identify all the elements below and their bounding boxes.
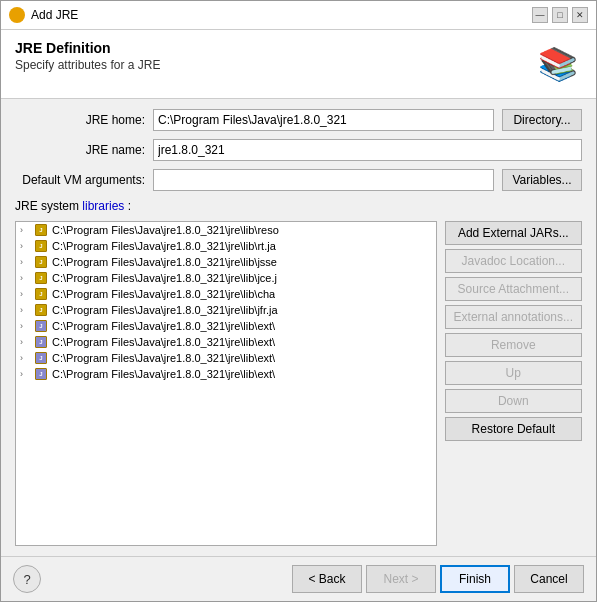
libraries-link[interactable]: libraries bbox=[82, 199, 124, 213]
libraries-label: JRE system libraries : bbox=[15, 199, 582, 213]
variables-button[interactable]: Variables... bbox=[502, 169, 582, 191]
jar-icon: J bbox=[34, 271, 48, 285]
list-item-text: C:\Program Files\Java\jre1.8.0_321\jre\l… bbox=[52, 288, 275, 300]
down-button[interactable]: Down bbox=[445, 389, 582, 413]
javadoc-location-button[interactable]: Javadoc Location... bbox=[445, 249, 582, 273]
jar-icon: J bbox=[34, 319, 48, 333]
jar-icon: J bbox=[34, 303, 48, 317]
restore-default-button[interactable]: Restore Default bbox=[445, 417, 582, 441]
footer-buttons: < Back Next > Finish Cancel bbox=[41, 565, 584, 593]
remove-button[interactable]: Remove bbox=[445, 333, 582, 357]
vm-args-label: Default VM arguments: bbox=[15, 173, 145, 187]
list-item[interactable]: › J C:\Program Files\Java\jre1.8.0_321\j… bbox=[16, 334, 436, 350]
help-button[interactable]: ? bbox=[13, 565, 41, 593]
jre-home-row: JRE home: Directory... bbox=[15, 109, 582, 131]
footer: ? < Back Next > Finish Cancel bbox=[1, 556, 596, 601]
jar-icon: J bbox=[34, 223, 48, 237]
minimize-button[interactable]: — bbox=[532, 7, 548, 23]
list-item[interactable]: › J C:\Program Files\Java\jre1.8.0_321\j… bbox=[16, 254, 436, 270]
jar-icon: J bbox=[34, 335, 48, 349]
jre-name-row: JRE name: bbox=[15, 139, 582, 161]
side-buttons: Add External JARs... Javadoc Location...… bbox=[445, 221, 582, 546]
list-item[interactable]: › J C:\Program Files\Java\jre1.8.0_321\j… bbox=[16, 318, 436, 334]
window-controls: — □ ✕ bbox=[532, 7, 588, 23]
jar-icon: J bbox=[34, 287, 48, 301]
chevron-icon: › bbox=[20, 225, 30, 235]
jar-icon: J bbox=[34, 367, 48, 381]
chevron-icon: › bbox=[20, 257, 30, 267]
back-button[interactable]: < Back bbox=[292, 565, 362, 593]
chevron-icon: › bbox=[20, 289, 30, 299]
list-item[interactable]: › J C:\Program Files\Java\jre1.8.0_321\j… bbox=[16, 286, 436, 302]
add-external-jars-button[interactable]: Add External JARs... bbox=[445, 221, 582, 245]
list-item-text: C:\Program Files\Java\jre1.8.0_321\jre\l… bbox=[52, 304, 278, 316]
header-subtitle: Specify attributes for a JRE bbox=[15, 58, 160, 72]
chevron-icon: › bbox=[20, 353, 30, 363]
list-item-text: C:\Program Files\Java\jre1.8.0_321\jre\l… bbox=[52, 224, 279, 236]
list-item-text: C:\Program Files\Java\jre1.8.0_321\jre\l… bbox=[52, 240, 276, 252]
list-item[interactable]: › J C:\Program Files\Java\jre1.8.0_321\j… bbox=[16, 366, 436, 382]
header-section: JRE Definition Specify attributes for a … bbox=[1, 30, 596, 99]
header-title: JRE Definition bbox=[15, 40, 160, 56]
window-title: Add JRE bbox=[31, 8, 526, 22]
jar-icon: J bbox=[34, 351, 48, 365]
jre-home-label: JRE home: bbox=[15, 113, 145, 127]
chevron-icon: › bbox=[20, 241, 30, 251]
vm-args-input[interactable] bbox=[153, 169, 494, 191]
chevron-icon: › bbox=[20, 305, 30, 315]
external-annotations-button[interactable]: External annotations... bbox=[445, 305, 582, 329]
libraries-container: › J C:\Program Files\Java\jre1.8.0_321\j… bbox=[15, 221, 582, 546]
content-area: JRE home: Directory... JRE name: Default… bbox=[1, 99, 596, 556]
chevron-icon: › bbox=[20, 337, 30, 347]
chevron-icon: › bbox=[20, 369, 30, 379]
jar-icon: J bbox=[34, 239, 48, 253]
jre-name-input[interactable] bbox=[153, 139, 582, 161]
cancel-button[interactable]: Cancel bbox=[514, 565, 584, 593]
title-bar: Add JRE — □ ✕ bbox=[1, 1, 596, 30]
libraries-list[interactable]: › J C:\Program Files\Java\jre1.8.0_321\j… bbox=[15, 221, 437, 546]
list-item[interactable]: › J C:\Program Files\Java\jre1.8.0_321\j… bbox=[16, 222, 436, 238]
next-button[interactable]: Next > bbox=[366, 565, 436, 593]
books-icon: 📚 bbox=[538, 45, 578, 83]
list-item-text: C:\Program Files\Java\jre1.8.0_321\jre\l… bbox=[52, 336, 275, 348]
list-item-text: C:\Program Files\Java\jre1.8.0_321\jre\l… bbox=[52, 352, 275, 364]
up-button[interactable]: Up bbox=[445, 361, 582, 385]
list-item[interactable]: › J C:\Program Files\Java\jre1.8.0_321\j… bbox=[16, 270, 436, 286]
list-item-text: C:\Program Files\Java\jre1.8.0_321\jre\l… bbox=[52, 272, 277, 284]
jar-icon: J bbox=[34, 255, 48, 269]
list-item-text: C:\Program Files\Java\jre1.8.0_321\jre\l… bbox=[52, 320, 275, 332]
window-icon bbox=[9, 7, 25, 23]
maximize-button[interactable]: □ bbox=[552, 7, 568, 23]
vm-args-row: Default VM arguments: Variables... bbox=[15, 169, 582, 191]
header-icon: 📚 bbox=[534, 40, 582, 88]
list-item[interactable]: › J C:\Program Files\Java\jre1.8.0_321\j… bbox=[16, 350, 436, 366]
finish-button[interactable]: Finish bbox=[440, 565, 510, 593]
close-button[interactable]: ✕ bbox=[572, 7, 588, 23]
list-item[interactable]: › J C:\Program Files\Java\jre1.8.0_321\j… bbox=[16, 238, 436, 254]
directory-button[interactable]: Directory... bbox=[502, 109, 582, 131]
list-item-text: C:\Program Files\Java\jre1.8.0_321\jre\l… bbox=[52, 368, 275, 380]
jre-home-input[interactable] bbox=[153, 109, 494, 131]
header-text: JRE Definition Specify attributes for a … bbox=[15, 40, 160, 72]
add-jre-dialog: Add JRE — □ ✕ JRE Definition Specify att… bbox=[0, 0, 597, 602]
source-attachment-button[interactable]: Source Attachment... bbox=[445, 277, 582, 301]
chevron-icon: › bbox=[20, 321, 30, 331]
chevron-icon: › bbox=[20, 273, 30, 283]
list-item[interactable]: › J C:\Program Files\Java\jre1.8.0_321\j… bbox=[16, 302, 436, 318]
jre-name-label: JRE name: bbox=[15, 143, 145, 157]
list-item-text: C:\Program Files\Java\jre1.8.0_321\jre\l… bbox=[52, 256, 277, 268]
